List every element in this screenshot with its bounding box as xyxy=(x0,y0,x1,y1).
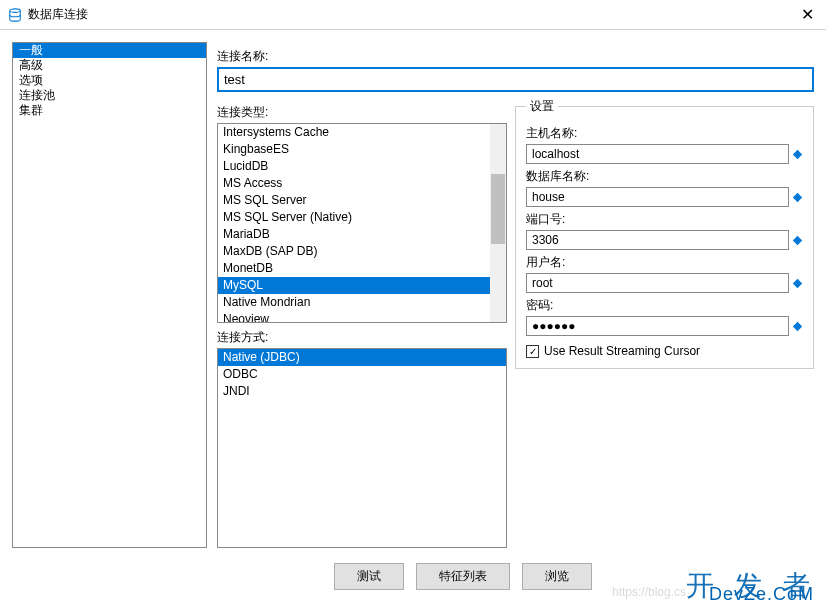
dbname-label: 数据库名称: xyxy=(526,168,803,185)
connection-mode-item[interactable]: ODBC xyxy=(218,366,506,383)
user-input[interactable] xyxy=(526,273,789,293)
svg-rect-1 xyxy=(792,149,801,158)
variable-icon[interactable] xyxy=(791,234,803,246)
sidebar-item[interactable]: 选项 xyxy=(13,73,206,88)
feature-list-button[interactable]: 特征列表 xyxy=(416,563,510,590)
sidebar-item[interactable]: 一般 xyxy=(13,43,206,58)
variable-icon[interactable] xyxy=(791,277,803,289)
connection-type-listbox[interactable]: Intersystems CacheKingbaseESLucidDBMS Ac… xyxy=(217,123,507,323)
svg-rect-5 xyxy=(792,321,801,330)
variable-icon[interactable] xyxy=(791,320,803,332)
connection-mode-item[interactable]: JNDI xyxy=(218,383,506,400)
svg-rect-4 xyxy=(792,278,801,287)
connection-name-input[interactable] xyxy=(217,67,814,92)
scrollbar[interactable] xyxy=(490,124,506,322)
database-icon xyxy=(8,8,22,22)
connection-type-item[interactable]: Native Mondrian xyxy=(218,294,490,311)
dbname-input[interactable] xyxy=(526,187,789,207)
watermark-sub: DevZe.CoM xyxy=(709,584,814,605)
connection-type-item[interactable]: MySQL xyxy=(218,277,490,294)
cursor-checkbox-label: Use Result Streaming Cursor xyxy=(544,344,700,358)
connection-name-label: 连接名称: xyxy=(217,48,814,65)
dialog-body: 一般高级选项连接池集群 连接名称: 连接类型: Intersystems Cac… xyxy=(0,30,826,560)
connection-type-item[interactable]: MaxDB (SAP DB) xyxy=(218,243,490,260)
svg-point-0 xyxy=(10,8,21,12)
connection-type-item[interactable]: Intersystems Cache xyxy=(218,124,490,141)
svg-rect-2 xyxy=(792,192,801,201)
cursor-checkbox[interactable]: ✓ xyxy=(526,345,539,358)
connection-mode-listbox[interactable]: Native (JDBC)ODBCJNDI xyxy=(217,348,507,548)
host-input[interactable] xyxy=(526,144,789,164)
connection-type-item[interactable]: MS Access xyxy=(218,175,490,192)
user-label: 用户名: xyxy=(526,254,803,271)
watermark-url: https://blog.cs xyxy=(612,585,686,599)
cursor-checkbox-row[interactable]: ✓ Use Result Streaming Cursor xyxy=(526,344,803,358)
password-label: 密码: xyxy=(526,297,803,314)
connection-type-label: 连接类型: xyxy=(217,104,507,121)
connection-type-item[interactable]: MS SQL Server (Native) xyxy=(218,209,490,226)
main-panel: 连接名称: 连接类型: Intersystems CacheKingbaseES… xyxy=(217,42,814,548)
password-input[interactable] xyxy=(526,316,789,336)
settings-legend: 设置 xyxy=(526,98,558,115)
close-button[interactable]: ✕ xyxy=(797,5,818,24)
connection-type-item[interactable]: MS SQL Server xyxy=(218,192,490,209)
connection-type-item[interactable]: MariaDB xyxy=(218,226,490,243)
variable-icon[interactable] xyxy=(791,148,803,160)
sidebar-item[interactable]: 高级 xyxy=(13,58,206,73)
settings-fieldset: 设置 主机名称: 数据库名称: xyxy=(515,98,814,369)
browse-button[interactable]: 浏览 xyxy=(522,563,592,590)
connection-type-item[interactable]: Neoview xyxy=(218,311,490,322)
window-title: 数据库连接 xyxy=(28,6,797,23)
connection-mode-item[interactable]: Native (JDBC) xyxy=(218,349,506,366)
port-label: 端口号: xyxy=(526,211,803,228)
test-button[interactable]: 测试 xyxy=(334,563,404,590)
sidebar-item[interactable]: 集群 xyxy=(13,103,206,118)
connection-mode-label: 连接方式: xyxy=(217,329,507,346)
connection-type-item[interactable]: LucidDB xyxy=(218,158,490,175)
svg-rect-3 xyxy=(792,235,801,244)
sidebar-item[interactable]: 连接池 xyxy=(13,88,206,103)
sidebar: 一般高级选项连接池集群 xyxy=(12,42,207,548)
titlebar: 数据库连接 ✕ xyxy=(0,0,826,30)
footer: 测试 特征列表 浏览 xyxy=(0,560,826,593)
variable-icon[interactable] xyxy=(791,191,803,203)
connection-type-item[interactable]: MonetDB xyxy=(218,260,490,277)
connection-type-item[interactable]: KingbaseES xyxy=(218,141,490,158)
scrollbar-thumb[interactable] xyxy=(491,174,505,244)
port-input[interactable] xyxy=(526,230,789,250)
host-label: 主机名称: xyxy=(526,125,803,142)
